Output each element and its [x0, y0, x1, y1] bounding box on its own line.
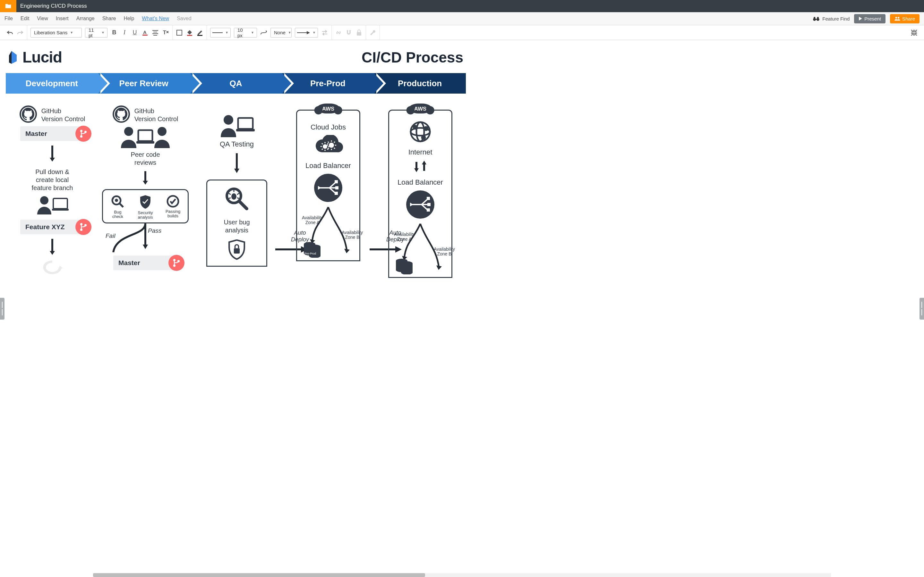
- text-color-button[interactable]: A: [142, 29, 149, 36]
- titlebar: Engineering CI/CD Process: [0, 0, 924, 12]
- git-branch-icon: [75, 126, 91, 142]
- italic-button[interactable]: I: [121, 29, 128, 36]
- svg-rect-60: [234, 248, 240, 253]
- bug-check-label: Bug check: [112, 210, 123, 219]
- git-branch-icon: [75, 219, 91, 235]
- redo-button[interactable]: [17, 29, 24, 36]
- link-button[interactable]: [335, 29, 342, 36]
- arrow-down-icon: [49, 145, 55, 162]
- folder-button[interactable]: [0, 0, 16, 12]
- svg-rect-70: [335, 186, 338, 189]
- menu-arrange[interactable]: Arrange: [76, 16, 95, 21]
- security-label: Security analysis: [138, 211, 153, 220]
- menu-edit[interactable]: Edit: [21, 16, 29, 21]
- wrench-button[interactable]: [369, 29, 376, 36]
- present-label: Present: [864, 16, 881, 21]
- border-color-button[interactable]: [196, 29, 204, 36]
- svg-point-80: [411, 122, 430, 141]
- preprod-aws-box[interactable]: AWS Cloud Jobs Load Balancer: [296, 110, 360, 261]
- col-production: AWS Internet Load Balancer: [375, 105, 466, 278]
- shield-check-icon: [139, 195, 152, 210]
- feature-find[interactable]: Feature Find: [813, 16, 850, 21]
- feature-find-label: Feature Find: [822, 16, 850, 21]
- align-button[interactable]: [152, 29, 159, 36]
- svg-rect-17: [187, 35, 192, 36]
- prod-aws-box[interactable]: AWS Internet Load Balancer: [388, 110, 452, 278]
- line-width-select[interactable]: 10 px ▼: [234, 28, 257, 37]
- col-qa: QA Testing User bug analysis: [192, 105, 282, 278]
- share-label: Share: [902, 16, 915, 21]
- caret-icon: ▼: [102, 31, 105, 34]
- caret-icon: ▼: [225, 31, 228, 34]
- document-title[interactable]: Engineering CI/CD Process: [16, 3, 87, 9]
- clear-format-button[interactable]: T: [162, 29, 169, 36]
- menu-help[interactable]: Help: [124, 16, 134, 21]
- saved-status: Saved: [177, 16, 191, 21]
- magnet-button[interactable]: [345, 29, 352, 36]
- menu-view[interactable]: View: [37, 16, 48, 21]
- shield-lock-icon: [226, 239, 247, 260]
- svg-point-6: [898, 17, 899, 19]
- phase-peer-review[interactable]: Peer Review: [98, 73, 190, 93]
- caret-icon: ▼: [251, 31, 254, 34]
- svg-point-46: [174, 259, 175, 261]
- peer-review-icon: [116, 126, 174, 149]
- dev-pull-label: Pull down & create local feature branch: [32, 168, 73, 192]
- present-button[interactable]: Present: [854, 14, 885, 23]
- svg-line-59: [237, 198, 239, 198]
- menu-whats-new[interactable]: What's New: [142, 16, 169, 21]
- line-style-select[interactable]: ▼: [210, 28, 231, 37]
- developer-laptop-icon: [35, 195, 70, 216]
- share-button[interactable]: Share: [890, 14, 919, 23]
- horizontal-scrollbar[interactable]: [93, 573, 831, 577]
- qa-testing-label: QA Testing: [220, 140, 254, 149]
- end-arrow-select[interactable]: ▼: [295, 28, 318, 37]
- dev-vcs-label: GitHub Version Control: [41, 107, 86, 123]
- font-size-select[interactable]: 11 pt ▼: [85, 28, 107, 37]
- peer-vcs-label: GitHub Version Control: [134, 107, 178, 123]
- arrow-down-icon: [234, 153, 240, 174]
- up-down-arrows-icon: [411, 160, 429, 173]
- people-icon: [895, 16, 900, 21]
- caret-icon: ▼: [312, 31, 316, 34]
- menu-file[interactable]: File: [5, 16, 13, 21]
- lock-button[interactable]: [355, 29, 363, 36]
- line-curve-button[interactable]: [260, 29, 267, 36]
- shape-outline-button[interactable]: [176, 29, 183, 36]
- fill-color-button[interactable]: [186, 29, 193, 36]
- menu-share[interactable]: Share: [102, 16, 116, 21]
- qa-box[interactable]: User bug analysis: [206, 179, 267, 267]
- dev-master-pill[interactable]: Master: [20, 126, 84, 141]
- toolbar: Liberation Sans ▼ 11 pt ▼ B I U A T: [0, 25, 924, 40]
- font-select[interactable]: Liberation Sans ▼: [31, 28, 82, 37]
- collapse-button[interactable]: [911, 29, 918, 36]
- dev-feature-pill[interactable]: Feature XYZ: [20, 219, 84, 234]
- phase-preprod[interactable]: Pre-Prod: [282, 73, 374, 93]
- peer-master-pill[interactable]: Master: [113, 255, 178, 270]
- phase-production[interactable]: Production: [374, 73, 466, 93]
- svg-text:Pre-Prod: Pre-Prod: [304, 252, 316, 255]
- bold-button[interactable]: B: [111, 29, 118, 36]
- cloud-jobs-label: Cloud Jobs: [310, 123, 346, 132]
- undo-button[interactable]: [6, 29, 13, 36]
- phase-development[interactable]: Development: [6, 73, 98, 93]
- underline-button[interactable]: U: [131, 29, 138, 36]
- svg-point-30: [81, 229, 82, 230]
- svg-text:T: T: [163, 30, 166, 35]
- pass-label: Pass: [148, 227, 162, 234]
- svg-point-83: [414, 126, 417, 129]
- phase-qa[interactable]: QA: [190, 73, 282, 93]
- play-icon: [859, 17, 863, 21]
- github-icon: [19, 105, 37, 123]
- canvas[interactable]: Lucid CI/CD Process Development Peer Rev…: [0, 40, 924, 577]
- start-arrow-select[interactable]: None ▼: [270, 28, 292, 37]
- prod-zone-b-label: Availability Zone B: [434, 247, 455, 257]
- fail-label: Fail: [105, 232, 115, 239]
- menu-insert[interactable]: Insert: [56, 16, 69, 21]
- scrollbar-thumb[interactable]: [93, 573, 425, 577]
- svg-text:A: A: [143, 29, 147, 35]
- svg-rect-8: [142, 35, 148, 35]
- internet-globe-icon: [409, 121, 431, 143]
- peer-checks-box[interactable]: Bug check Security analysis: [102, 189, 189, 223]
- swap-ends-button[interactable]: [321, 29, 328, 36]
